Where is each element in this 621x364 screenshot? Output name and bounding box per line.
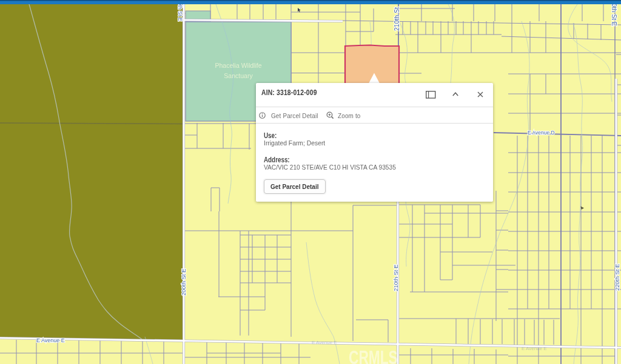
svg-text:E Avenue D: E Avenue D [528,130,555,136]
svg-text:220th St E: 220th St E [614,264,620,291]
svg-text:Sanctuary: Sanctuary [224,72,253,79]
svg-text:CRMLS: CRMLS [349,346,398,364]
svg-text:E Avenue E: E Avenue E [36,337,65,343]
svg-text:E Avenue E: E Avenue E [312,340,337,345]
svg-text:200th St E: 200th St E [180,269,187,296]
svg-text:E Avenue E: E Avenue E [522,346,547,351]
svg-text:210th St: 210th St [393,7,400,31]
svg-text:210th St E: 210th St E [392,265,399,291]
svg-text:Phacelia Wildlife: Phacelia Wildlife [215,62,261,69]
